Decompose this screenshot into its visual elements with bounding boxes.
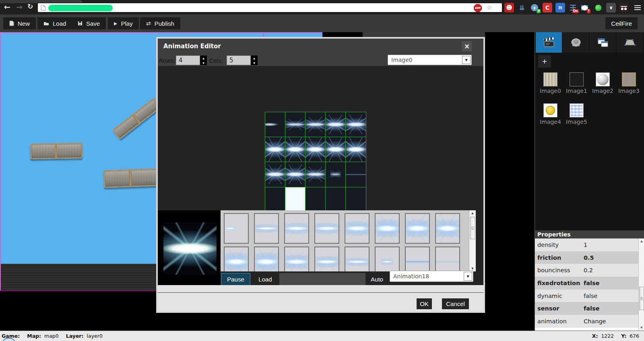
address-bar[interactable]: ABP ☆ bbox=[37, 3, 502, 12]
sprite-cell[interactable] bbox=[305, 162, 326, 187]
property-value[interactable]: false bbox=[584, 280, 600, 286]
spin-down-icon[interactable]: ▼ bbox=[251, 60, 258, 65]
ok-button[interactable]: OK bbox=[417, 298, 432, 309]
frame-strip-scrollbar[interactable]: ▲ ▼ bbox=[469, 210, 476, 271]
dialog-header[interactable]: Animation Editor × Rows: 4 ▲ ▼ Cols: 5 ▲… bbox=[158, 39, 483, 66]
incognito-extension-icon[interactable] bbox=[619, 3, 629, 12]
property-value[interactable]: 0.2 bbox=[584, 267, 593, 273]
publish-button[interactable]: ⇄ Publish bbox=[140, 17, 180, 29]
circle-plus-extension-icon[interactable]: + 0 bbox=[530, 3, 539, 12]
frame-thumbnail[interactable] bbox=[314, 213, 339, 244]
sprite-cell[interactable] bbox=[265, 112, 285, 137]
frame-thumbnail[interactable] bbox=[345, 213, 369, 244]
sprite-cell[interactable] bbox=[285, 112, 305, 137]
load-frames-button[interactable]: Load bbox=[251, 273, 279, 286]
add-image-button[interactable]: + bbox=[538, 55, 551, 68]
property-value[interactable]: 1 bbox=[584, 242, 587, 248]
image2-thumbnail[interactable] bbox=[596, 72, 610, 86]
frame-thumbnail[interactable] bbox=[224, 247, 249, 271]
scroll-up-icon[interactable]: ▲ bbox=[639, 238, 644, 244]
frame-thumbnail[interactable] bbox=[224, 213, 249, 244]
kanji-extension-icon[interactable]: On bbox=[568, 3, 578, 12]
chevron-down-icon[interactable]: ▼ bbox=[464, 272, 472, 281]
property-value[interactable]: false bbox=[584, 293, 598, 299]
image5-thumbnail[interactable] bbox=[570, 103, 584, 117]
brand-button[interactable]: CeilFire bbox=[605, 17, 638, 29]
property-row[interactable]: friction 0.5 bbox=[535, 251, 638, 264]
it-extension-icon[interactable]: It bbox=[555, 3, 565, 12]
sprite-cell[interactable] bbox=[265, 137, 285, 162]
rows-input[interactable]: 4 bbox=[176, 55, 200, 65]
sprite-cell[interactable] bbox=[265, 187, 285, 212]
rows-spinner[interactable]: ▲ ▼ bbox=[200, 55, 207, 65]
tab-sounds[interactable] bbox=[563, 32, 589, 53]
pocket-extension-icon[interactable]: ∨ bbox=[606, 3, 616, 12]
tab-layers[interactable] bbox=[590, 32, 616, 53]
load-button[interactable]: Load bbox=[37, 17, 72, 29]
image4-thumbnail[interactable] bbox=[543, 103, 557, 117]
property-value[interactable]: false bbox=[584, 305, 600, 312]
sprite-cell[interactable] bbox=[305, 112, 326, 137]
sprite-cell[interactable] bbox=[305, 187, 326, 212]
sprite-cell[interactable] bbox=[346, 112, 366, 137]
property-value[interactable]: Change bbox=[584, 318, 606, 325]
sprite-cell[interactable] bbox=[346, 137, 366, 162]
bookmark-star-icon[interactable]: ☆ bbox=[487, 4, 492, 11]
property-row[interactable]: fixedrotation false bbox=[535, 277, 638, 290]
sprite-cell[interactable] bbox=[326, 137, 346, 162]
frame-thumbnail[interactable] bbox=[314, 247, 339, 271]
smiley-extension-icon[interactable]: ☻ bbox=[504, 3, 514, 12]
screenshot-extension-icon[interactable]: ? bbox=[580, 3, 589, 12]
image-item[interactable]: Image1 bbox=[564, 72, 590, 94]
sprite-cell[interactable] bbox=[346, 187, 366, 212]
image-item[interactable]: Image0 bbox=[537, 72, 564, 94]
plank-object-lower[interactable] bbox=[103, 168, 158, 188]
cols-input[interactable]: 5 bbox=[227, 55, 251, 65]
tab-shapes[interactable] bbox=[617, 32, 643, 53]
property-row[interactable]: bounciness 0.2 bbox=[535, 264, 638, 277]
property-row[interactable]: density 1 bbox=[535, 238, 638, 251]
sprite-cell[interactable] bbox=[285, 162, 305, 187]
frame-thumbnail[interactable] bbox=[435, 213, 460, 244]
image-item[interactable]: Image2 bbox=[590, 72, 616, 94]
image-select[interactable]: Image0 ▼ bbox=[388, 55, 472, 65]
close-icon[interactable]: × bbox=[462, 41, 472, 51]
frame-thumbnail[interactable] bbox=[405, 247, 430, 271]
spin-up-icon[interactable]: ▲ bbox=[251, 55, 258, 60]
frame-thumbnail[interactable] bbox=[435, 247, 460, 271]
tab-animations[interactable] bbox=[536, 32, 562, 53]
property-value[interactable]: 0.5 bbox=[584, 255, 594, 261]
sprite-cell[interactable] bbox=[285, 137, 305, 162]
colorzilla-extension-icon[interactable]: C bbox=[543, 3, 552, 12]
sprite-cell[interactable] bbox=[265, 162, 285, 187]
auto-button[interactable]: Auto bbox=[365, 273, 388, 286]
adblock-icon[interactable]: ABP bbox=[474, 4, 482, 12]
scrollbar-thumb[interactable] bbox=[470, 217, 475, 239]
image-item[interactable]: Image4 bbox=[537, 103, 564, 125]
cancel-button[interactable]: Cancel bbox=[442, 298, 469, 309]
property-row[interactable]: animation Change bbox=[535, 315, 638, 328]
scroll-down-icon[interactable]: ▼ bbox=[639, 325, 644, 331]
image-item[interactable]: Image3 bbox=[616, 72, 642, 94]
frame-thumbnail[interactable] bbox=[254, 213, 279, 244]
forward-icon[interactable]: → bbox=[16, 2, 23, 11]
reload-icon[interactable]: ↻ bbox=[27, 2, 33, 10]
sprite-cell[interactable] bbox=[326, 162, 346, 187]
frame-thumbnail[interactable] bbox=[284, 213, 309, 244]
green-creature-extension-icon[interactable] bbox=[593, 3, 603, 12]
plank-object-left[interactable] bbox=[30, 143, 83, 159]
scroll-up-icon[interactable]: ▲ bbox=[469, 210, 476, 216]
downloads-extension-icon[interactable]: ⇊ bbox=[517, 3, 527, 12]
chevron-down-icon[interactable]: ▼ bbox=[462, 56, 471, 64]
spin-down-icon[interactable]: ▼ bbox=[200, 60, 207, 65]
sprite-cell[interactable] bbox=[346, 162, 366, 187]
browser-menu-icon[interactable] bbox=[633, 3, 642, 12]
image0-thumbnail[interactable] bbox=[543, 72, 557, 86]
image-item[interactable]: Image5 bbox=[564, 103, 590, 125]
sprite-cell[interactable] bbox=[305, 137, 326, 162]
spin-up-icon[interactable]: ▲ bbox=[200, 55, 207, 60]
pause-button[interactable]: Pause bbox=[221, 273, 250, 286]
new-button[interactable]: New bbox=[3, 17, 36, 29]
scrollbar-thumb[interactable] bbox=[639, 287, 644, 310]
frame-thumbnail[interactable] bbox=[405, 213, 430, 244]
